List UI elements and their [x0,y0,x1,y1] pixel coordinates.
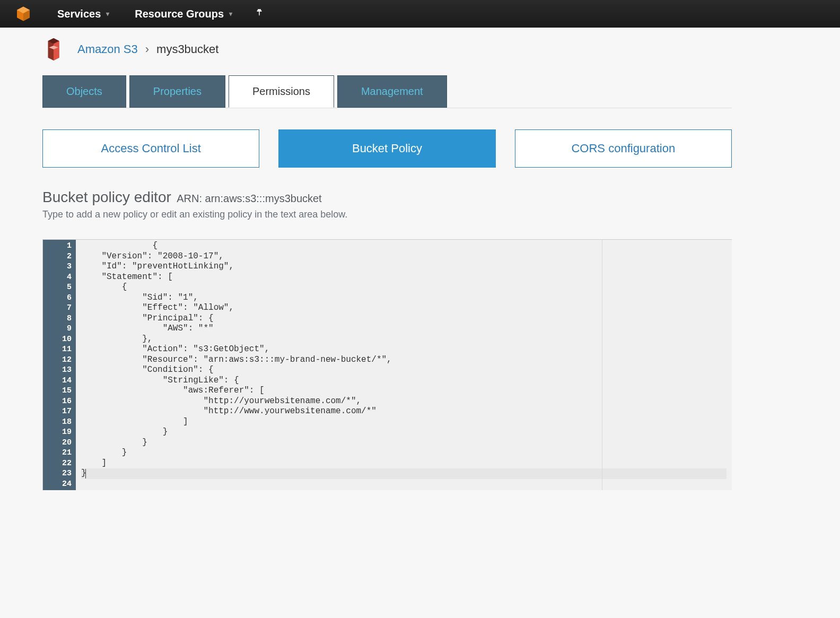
tab-properties[interactable]: Properties [129,75,225,108]
line-number: 9 [45,324,72,334]
breadcrumb-current: mys3bucket [156,42,218,56]
line-number: 15 [45,386,72,396]
bucket-policy-editor[interactable]: 123456789101112131415161718192021222324 … [42,239,732,490]
line-number: 8 [45,314,72,324]
code-line[interactable]: "Sid": "1", [81,293,727,303]
services-menu[interactable]: Services ▾ [45,0,122,28]
tab-management[interactable]: Management [337,75,447,108]
editor-code-area[interactable]: { "Version": "2008-10-17", "Id": "preven… [76,240,732,490]
resource-groups-label: Resource Groups [135,8,224,20]
code-line[interactable]: "Condition": { [81,365,727,376]
code-line[interactable]: "Action": "s3:GetObject", [81,344,727,355]
line-number: 3 [45,262,72,272]
line-number: 10 [45,334,72,345]
breadcrumb: Amazon S3 › mys3bucket [77,42,218,56]
code-line[interactable]: "Principal": { [81,314,727,324]
editor-arn: ARN: arn:aws:s3:::mys3bucket [177,193,321,204]
line-number: 19 [45,427,72,438]
code-line[interactable]: } [81,448,727,458]
resource-groups-menu[interactable]: Resource Groups ▾ [122,0,245,28]
code-line[interactable]: "aws:Referer": [ [81,386,727,396]
line-number: 13 [45,365,72,376]
editor-hint: Type to add a new policy or edit an exis… [42,209,732,220]
permission-sub-tabs: Access Control List Bucket Policy CORS c… [42,129,732,168]
editor-title: Bucket policy editor [42,189,171,205]
line-number: 7 [45,303,72,314]
code-line[interactable]: "Id": "preventHotLinking", [81,262,727,272]
editor-header: Bucket policy editor ARN: arn:aws:s3:::m… [42,189,732,220]
line-number: 2 [45,251,72,262]
line-number: 17 [45,406,72,417]
line-number: 5 [45,282,72,293]
code-line[interactable]: } [81,468,727,479]
line-number: 6 [45,293,72,303]
tab-objects[interactable]: Objects [42,75,126,108]
line-number: 14 [45,376,72,386]
breadcrumb-separator: › [145,42,149,56]
sub-tab-acl[interactable]: Access Control List [42,129,259,168]
breadcrumb-row: Amazon S3 › mys3bucket [42,38,732,60]
code-line[interactable]: "Version": "2008-10-17", [81,251,727,262]
line-number: 20 [45,438,72,448]
line-number: 22 [45,458,72,469]
services-label: Services [57,8,101,20]
main-tabs: Objects Properties Permissions Managemen… [42,75,732,108]
code-line[interactable]: } [81,427,727,438]
code-line[interactable]: "Statement": [ [81,272,727,283]
line-number: 18 [45,417,72,428]
pin-icon[interactable] [245,8,274,20]
code-line[interactable]: }, [81,334,727,345]
editor-margin-line [602,240,602,490]
chevron-down-icon: ▾ [229,10,232,18]
line-number: 11 [45,344,72,355]
code-line[interactable]: } [81,438,727,448]
code-line[interactable]: ] [81,417,727,428]
code-line[interactable]: "StringLike": { [81,376,727,386]
code-line[interactable]: "AWS": "*" [81,324,727,334]
breadcrumb-root-link[interactable]: Amazon S3 [77,42,138,56]
code-line[interactable]: { [81,241,727,251]
line-number: 23 [45,468,72,479]
code-line[interactable]: { [81,282,727,293]
page-content: Amazon S3 › mys3bucket Objects Propertie… [42,28,732,490]
tab-permissions[interactable]: Permissions [229,75,334,108]
chevron-down-icon: ▾ [106,10,109,18]
sub-tab-cors[interactable]: CORS configuration [515,129,732,168]
sub-tab-bucket-policy[interactable]: Bucket Policy [278,129,495,168]
line-number: 24 [45,479,72,490]
line-number: 21 [45,448,72,458]
line-number: 16 [45,396,72,407]
code-line[interactable]: "http://yourwebsitename.com/*", [81,396,727,407]
code-line[interactable]: "http://www.yourwebsitename.com/*" [81,406,727,417]
editor-gutter: 123456789101112131415161718192021222324 [43,240,76,490]
line-number: 4 [45,272,72,283]
line-number: 1 [45,241,72,251]
code-line[interactable]: "Effect": "Allow", [81,303,727,314]
code-line[interactable]: ] [81,458,727,469]
code-line[interactable]: "Resource": "arn:aws:s3:::my-brand-new-b… [81,355,727,365]
line-number: 12 [45,355,72,365]
aws-cube-icon[interactable] [15,5,32,22]
aws-top-nav: Services ▾ Resource Groups ▾ [0,0,840,28]
s3-service-icon [42,38,65,60]
